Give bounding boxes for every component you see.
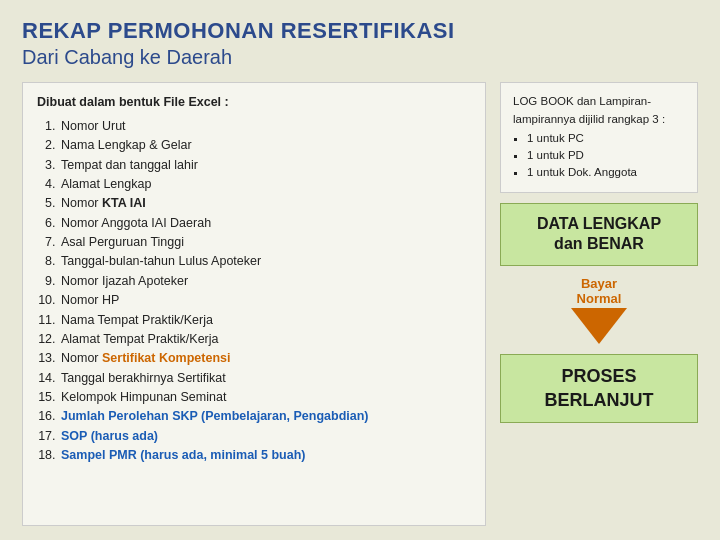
list-item: Nama Tempat Praktik/Kerja (59, 311, 471, 330)
list-item: Nomor KTA IAI (59, 194, 471, 213)
list-item: Nama Lengkap & Gelar (59, 136, 471, 155)
right-panel: LOG BOOK dan Lampiran-lampirannya dijili… (500, 82, 698, 526)
list-item: Tanggal berakhirnya Sertifikat (59, 369, 471, 388)
proses-line2: BERLANJUT (511, 389, 687, 412)
list-item: Nomor Anggota IAI Daerah (59, 214, 471, 233)
content-row: Dibuat dalam bentuk File Excel : Nomor U… (22, 82, 698, 526)
data-lengkap-line1: DATA LENGKAP (511, 214, 687, 235)
list-item: SOP (harus ada) (59, 427, 471, 446)
arrow-down-icon (571, 308, 627, 344)
arrow-section: Bayar Normal (500, 276, 698, 344)
list-item: Nomor Urut (59, 117, 471, 136)
list-item: Jumlah Perolehan SKP (Pembelajaran, Peng… (59, 407, 471, 426)
list-item: Kelompok Himpunan Seminat (59, 388, 471, 407)
list-item: Nomor Ijazah Apoteker (59, 272, 471, 291)
list-item: Alamat Tempat Praktik/Kerja (59, 330, 471, 349)
page: REKAP PERMOHONAN RESERTIFIKASI Dari Caba… (0, 0, 720, 540)
arrow-label-line2: Normal (577, 291, 622, 306)
log-book-box: LOG BOOK dan Lampiran-lampirannya dijili… (500, 82, 698, 192)
title-main: REKAP PERMOHONAN RESERTIFIKASI (22, 18, 698, 44)
list-item: Asal Perguruan Tinggi (59, 233, 471, 252)
left-panel: Dibuat dalam bentuk File Excel : Nomor U… (22, 82, 486, 526)
log-book-item: 1 untuk PC (527, 130, 685, 147)
proses-line1: PROSES (511, 365, 687, 388)
list-item: Tempat dan tanggal lahir (59, 156, 471, 175)
data-lengkap-line2: dan BENAR (511, 234, 687, 255)
proses-box: PROSES BERLANJUT (500, 354, 698, 423)
intro-text: Dibuat dalam bentuk File Excel : (37, 93, 471, 112)
log-book-text: LOG BOOK dan Lampiran-lampirannya dijili… (513, 95, 665, 124)
item-list: Nomor Urut Nama Lengkap & Gelar Tempat d… (37, 117, 471, 466)
list-item: Alamat Lengkap (59, 175, 471, 194)
log-book-item: 1 untuk Dok. Anggota (527, 164, 685, 181)
list-item: Tanggal-bulan-tahun Lulus Apoteker (59, 252, 471, 271)
list-item: Sampel PMR (harus ada, minimal 5 buah) (59, 446, 471, 465)
data-lengkap-box: DATA LENGKAP dan BENAR (500, 203, 698, 267)
log-book-list: 1 untuk PC 1 untuk PD 1 untuk Dok. Anggo… (513, 130, 685, 182)
list-item: Nomor HP (59, 291, 471, 310)
arrow-label: Bayar Normal (577, 276, 622, 306)
title-block: REKAP PERMOHONAN RESERTIFIKASI Dari Caba… (22, 18, 698, 70)
title-sub: Dari Cabang ke Daerah (22, 44, 698, 70)
list-item: Nomor Sertifikat Kompetensi (59, 349, 471, 368)
arrow-label-line1: Bayar (577, 276, 622, 291)
log-book-item: 1 untuk PD (527, 147, 685, 164)
